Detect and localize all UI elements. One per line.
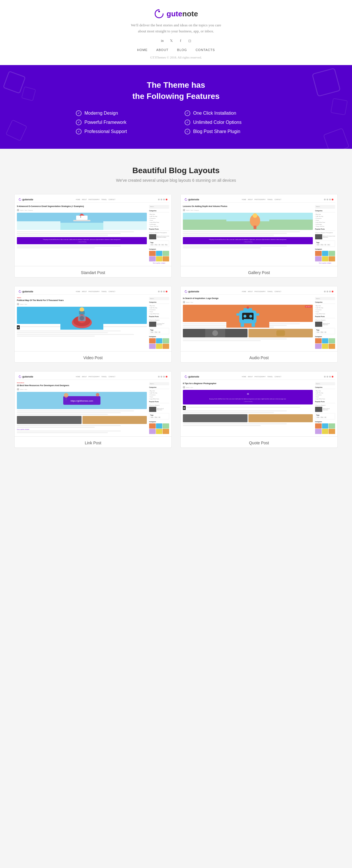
- mini-blog-gallery: gutenote HOME ABOUT PHOTOGRAPHY TRAVEL C…: [181, 194, 338, 266]
- svg-point-7: [20, 198, 20, 199]
- svg-point-42: [212, 330, 218, 336]
- check-icon-1: ✓: [76, 111, 81, 116]
- video-post-title: Political Map Of The World For 5 Thousan…: [17, 299, 147, 302]
- check-icon-5: ✓: [185, 120, 190, 125]
- feature-item-2: ✓ Powerful Framework: [76, 120, 167, 125]
- logo-text: gutenote: [167, 9, 198, 18]
- post-card-video: gutenote HOME ABOUT PHOTOGRAPHY TRAVEL C…: [14, 286, 172, 363]
- svg-rect-5: [6, 120, 27, 141]
- check-icon-2: ✓: [76, 120, 81, 125]
- nav-home[interactable]: HOME: [137, 48, 148, 52]
- svg-rect-10: [73, 220, 91, 221]
- blog-section-subtitle: We've created several unique blog layout…: [14, 178, 338, 183]
- blog-section: Beautiful Blog Layouts We've created sev…: [0, 149, 352, 465]
- facebook-icon[interactable]: f: [177, 38, 184, 44]
- svg-rect-15: [226, 221, 269, 230]
- svg-rect-14: [226, 213, 269, 221]
- mini-social-gallery: [324, 199, 333, 200]
- blog-section-title: Beautiful Blog Layouts: [14, 166, 338, 175]
- mini-social-quote: [324, 376, 333, 377]
- video-post-label: Video Post: [14, 351, 171, 362]
- feature-label-4: One Click Installation: [193, 111, 236, 116]
- features-section: The Theme has the Following Features ✓ M…: [0, 65, 352, 149]
- svg-point-25: [79, 316, 84, 320]
- mini-sidebar-standart: Search... Categories • Blog Gear • Light…: [149, 205, 169, 264]
- mini-blog-audio: gutenote HOME ABOUT PHOTOGRAPHY TRAVEL C…: [181, 286, 338, 351]
- mini-blog-video: gutenote HOME ABOUT PHOTOGRAPHY TRAVEL C…: [14, 286, 171, 351]
- standart-post-label: Standart Post: [14, 266, 171, 277]
- mini-main-audio: In Search of Inspiration: Logo Design Au…: [183, 297, 313, 349]
- twitter-icon[interactable]: 𝕏: [168, 38, 175, 44]
- tagline: We'll deliver the best stories and ideas…: [6, 22, 346, 34]
- nav-contacts[interactable]: CONTACTS: [196, 48, 215, 52]
- mini-nav-gallery: gutenote HOME ABOUT PHOTOGRAPHY TRAVEL C…: [183, 197, 335, 203]
- quote-post-meta: Author • Date: [183, 386, 313, 389]
- mini-main-video: TRAVEL Political Map Of The World For 5 …: [17, 297, 147, 349]
- link-post-img: https://gt3themes.com: [17, 392, 147, 409]
- svg-rect-27: [79, 311, 85, 314]
- mini-nav-standart: gutenote HOME ABOUT PHOTOGRAPHY TRAVEL C…: [17, 197, 169, 203]
- mini-sidebar-audio: Search... Categories • Blog Gear • Light…: [315, 297, 335, 349]
- svg-point-49: [64, 393, 68, 398]
- mini-nav-links-audio: HOME ABOUT PHOTOGRAPHY TRAVEL CONTACT: [242, 291, 281, 292]
- svg-point-28: [186, 290, 186, 291]
- link-img-row: [17, 416, 147, 424]
- copyright: GT3Themes © 2018. All rights reserved.: [6, 56, 346, 59]
- mini-main-standart: 9 Advanced E-Commerce Email Segmentation…: [17, 205, 147, 264]
- features-title: The Theme has the Following Features: [17, 80, 335, 102]
- svg-point-19: [20, 290, 20, 291]
- main-nav: HOME ABOUT BLOG CONTACTS: [6, 48, 346, 52]
- mini-social-standart: [158, 199, 167, 200]
- post-card-standart: gutenote HOME ABOUT PHOTOGRAPHY TRAVEL C…: [14, 194, 172, 278]
- check-icon-3: ✓: [76, 129, 81, 134]
- mini-blog-quote: gutenote HOME ABOUT PHOTOGRAPHY TRAVEL C…: [181, 372, 338, 436]
- mini-social-audio: [324, 291, 333, 292]
- post-card-gallery: gutenote HOME ABOUT PHOTOGRAPHY TRAVEL C…: [180, 194, 338, 278]
- svg-point-0: [158, 10, 160, 12]
- link-post-meta: Author • Date: [17, 388, 147, 391]
- quote-img-row: [183, 414, 313, 422]
- mini-logo-audio: gutenote: [185, 290, 199, 293]
- mini-content-video: TRAVEL Political Map Of The World For 5 …: [17, 297, 169, 349]
- svg-rect-34: [244, 319, 252, 320]
- feature-item-5: ✓ Unlimited Color Options: [185, 120, 276, 125]
- mini-social-video: [158, 291, 167, 292]
- mini-nav-links-quote: HOME ABOUT PHOTOGRAPHY TRAVEL CONTACT: [242, 376, 281, 377]
- svg-point-50: [96, 393, 99, 397]
- svg-rect-6: [323, 128, 349, 149]
- video-post-meta: Author • Date: [17, 303, 147, 305]
- mini-content-standart: 9 Advanced E-Commerce Email Segmentation…: [17, 205, 169, 264]
- svg-point-32: [244, 315, 246, 318]
- standart-post-img: [17, 213, 147, 230]
- mini-nav-links-video: HOME ABOUT PHOTOGRAPHY TRAVEL CONTACT: [76, 291, 115, 292]
- mini-sidebar-video: Search... Categories • Blog Gear • Light…: [149, 297, 169, 349]
- mini-content-link: RESOURCES 23 Best New Resources For Deve…: [17, 382, 169, 434]
- mini-content-audio: In Search of Inspiration: Logo Design Au…: [183, 297, 335, 349]
- standart-quote: ❝ A spring of truth shall flow from it: …: [17, 237, 147, 244]
- mini-logo-standart: gutenote: [19, 198, 33, 201]
- mini-logo-gallery: gutenote: [185, 198, 199, 201]
- mini-nav-quote: gutenote HOME ABOUT PHOTOGRAPHY TRAVEL C…: [183, 374, 335, 380]
- mini-nav-links-standart: HOME ABOUT PHOTOGRAPHY TRAVEL CONTACT: [76, 199, 115, 200]
- feature-item-1: ✓ Moderng Design: [76, 111, 167, 116]
- mini-logo-quote: gutenote: [185, 375, 199, 378]
- instagram-icon[interactable]: ◻: [186, 38, 193, 44]
- feature-label-2: Powerful Framework: [84, 120, 127, 125]
- mini-blog-standart: gutenote HOME ABOUT PHOTOGRAPHY TRAVEL C…: [14, 194, 171, 266]
- header: gutenote We'll deliver the best stories …: [0, 0, 352, 65]
- check-icon-4: ✓: [185, 111, 190, 116]
- mini-logo-link: gutenote: [19, 375, 33, 378]
- mini-nav-links-link: HOME ABOUT PHOTOGRAPHY TRAVEL CONTACT: [76, 376, 115, 377]
- mini-logo-video: gutenote: [19, 290, 33, 293]
- svg-text:https://gt3themes.com: https://gt3themes.com: [71, 400, 93, 402]
- svg-rect-38: [252, 323, 255, 327]
- mini-nav-video: gutenote HOME ABOUT PHOTOGRAPHY TRAVEL C…: [17, 289, 169, 295]
- svg-rect-35: [236, 313, 239, 316]
- nav-about[interactable]: ABOUT: [156, 48, 169, 52]
- check-icon-6: ✓: [185, 129, 190, 134]
- standart-post-title: 9 Advanced E-Commerce Email Segmentation…: [17, 205, 147, 208]
- svg-point-13: [186, 198, 186, 199]
- link-category: RESOURCES: [17, 382, 147, 383]
- nav-blog[interactable]: BLOG: [177, 48, 187, 52]
- linkedin-icon[interactable]: in: [159, 38, 166, 44]
